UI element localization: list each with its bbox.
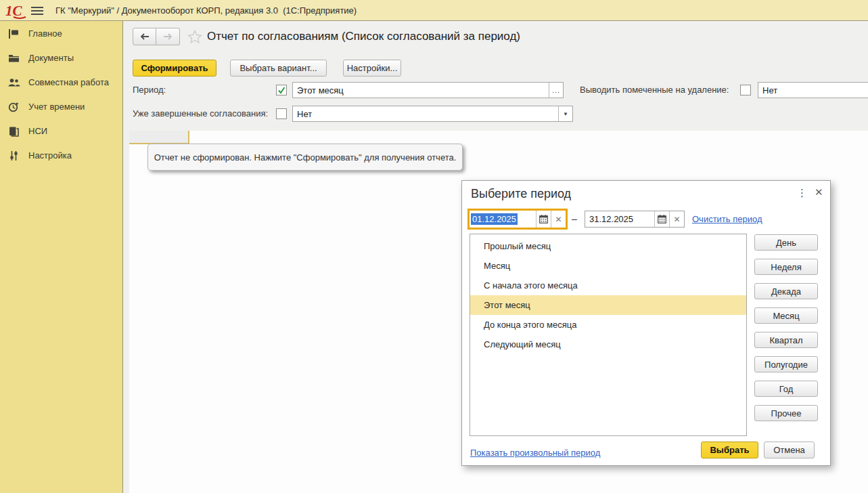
sidebar-item-collaboration[interactable]: Совместная работа: [0, 70, 122, 94]
period-unit-button[interactable]: Прочее: [754, 405, 818, 421]
date-from-clear-button[interactable]: ✕: [551, 211, 566, 228]
period-unit-buttons: ДеньНеделяДекадаМесяцКварталПолугодиеГод…: [754, 234, 818, 429]
book-icon: [8, 126, 20, 137]
finished-field[interactable]: Нет ▼: [292, 106, 573, 122]
flag-icon: [8, 28, 20, 39]
period-dialog: Выберите период ⋮ ✕ 01.12.2025 ✕ – 31.12…: [461, 180, 831, 466]
deleted-field-value: Нет: [758, 83, 868, 98]
period-option-label: До конца этого месяца: [484, 320, 576, 330]
sidebar-item-documents[interactable]: Документы: [0, 45, 122, 70]
period-unit-label: Месяц: [773, 311, 799, 321]
cancel-button[interactable]: Отмена: [764, 442, 815, 458]
window-title: ГК "Меркурий" / Документооборот КОРП, ре…: [55, 5, 357, 16]
period-unit-label: Декада: [771, 286, 801, 297]
period-option-label: Следующий месяц: [484, 339, 561, 349]
sidebar-item-label: Настройка: [28, 150, 72, 160]
period-option-label: Этот месяц: [484, 300, 530, 310]
generate-button[interactable]: Сформировать: [133, 60, 216, 77]
date-from-input[interactable]: 01.12.2025: [470, 211, 536, 228]
deleted-checkbox[interactable]: [740, 85, 751, 95]
dialog-title: Выберите период: [471, 187, 571, 201]
period-field-value: Этот месяц: [293, 83, 549, 98]
period-option[interactable]: До конца этого месяца: [470, 315, 746, 335]
calendar-icon: [539, 215, 548, 223]
clear-x-icon: ✕: [673, 215, 680, 224]
date-to-input[interactable]: 31.12.2025: [585, 211, 654, 227]
period-unit-button[interactable]: Год: [754, 381, 818, 397]
finished-checkbox[interactable]: [276, 108, 287, 119]
page-title: Отчет по согласованиям (Список согласова…: [207, 30, 520, 43]
clock-icon: [8, 102, 20, 112]
period-checkbox[interactable]: [276, 85, 287, 95]
custom-period-link[interactable]: Показать произвольный период: [470, 448, 600, 458]
date-to-group: 31.12.2025 ✕: [585, 211, 685, 228]
forward-arrow-icon: [162, 33, 173, 41]
period-unit-button[interactable]: День: [754, 234, 818, 251]
period-unit-button[interactable]: Полугодие: [754, 356, 818, 372]
select-button[interactable]: Выбрать: [701, 442, 758, 458]
back-button[interactable]: [133, 28, 156, 45]
date-from-group: 01.12.2025 ✕: [467, 209, 568, 230]
application-window: 1С ГК "Меркурий" / Документооборот КОРП,…: [0, 0, 868, 493]
period-option[interactable]: Прошлый месяц: [470, 236, 746, 256]
period-unit-button[interactable]: Декада: [754, 283, 818, 299]
dropdown-arrow-icon: ▼: [563, 111, 568, 117]
period-more-button[interactable]: ...: [549, 83, 563, 98]
date-to-calendar-button[interactable]: [654, 211, 669, 227]
date-to-value: 31.12.2025: [589, 214, 633, 224]
dialog-close-button[interactable]: ✕: [815, 186, 823, 198]
period-unit-label: Квартал: [769, 335, 802, 345]
deleted-label: Выводить помеченные на удаление:: [580, 82, 729, 98]
period-unit-label: День: [776, 238, 796, 248]
sidebar-item-label: Совместная работа: [28, 77, 109, 87]
period-unit-label: Год: [779, 384, 794, 394]
date-from-calendar-button[interactable]: [536, 211, 551, 228]
period-options-list: Прошлый месяцМесяцС начала этого месяцаЭ…: [470, 234, 747, 436]
clear-period-link[interactable]: Очистить период: [692, 214, 762, 224]
sidebar-item-settings[interactable]: Настройка: [0, 143, 122, 167]
finished-label: Уже завершенные согласования:: [133, 106, 268, 122]
period-field[interactable]: Этот месяц ...: [292, 82, 564, 98]
clear-x-icon: ✕: [555, 215, 562, 224]
favorite-star-icon[interactable]: [187, 30, 202, 44]
period-unit-label: Прочее: [771, 408, 802, 419]
period-unit-button[interactable]: Квартал: [754, 332, 818, 348]
period-option-label: Месяц: [484, 261, 510, 271]
dialog-menu-icon[interactable]: ⋮: [797, 187, 807, 199]
finished-field-value: Нет: [293, 106, 558, 121]
sidebar-item-label: Документы: [28, 53, 74, 63]
date-from-value: 01.12.2025: [471, 213, 518, 225]
settings-button[interactable]: Настройки...: [343, 60, 401, 77]
period-option[interactable]: Этот месяц: [470, 295, 746, 315]
title-bar: 1С ГК "Меркурий" / Документооборот КОРП,…: [0, 0, 868, 21]
sidebar-item-label: Учет времени: [28, 102, 85, 112]
period-option[interactable]: С начала этого месяца: [470, 276, 746, 295]
finished-dropdown-button[interactable]: ▼: [558, 106, 572, 121]
date-to-clear-button[interactable]: ✕: [669, 211, 684, 227]
back-arrow-icon: [139, 33, 150, 41]
sidebar-item-time-tracking[interactable]: Учет времени: [0, 94, 122, 119]
period-unit-button[interactable]: Неделя: [754, 259, 818, 275]
sliders-icon: [8, 150, 20, 161]
period-option[interactable]: Следующий месяц: [470, 335, 746, 354]
ellipsis-icon: ...: [552, 86, 560, 94]
sidebar-item-nsi[interactable]: НСИ: [0, 119, 122, 143]
calendar-icon: [658, 215, 666, 223]
forward-button[interactable]: [156, 28, 180, 45]
period-unit-label: Неделя: [771, 262, 801, 272]
sidebar-item-label: НСИ: [28, 126, 47, 136]
deleted-field[interactable]: Нет: [758, 82, 868, 98]
check-icon: [277, 86, 286, 95]
period-label: Период:: [133, 82, 166, 98]
sidebar-item-label: Главное: [28, 28, 62, 39]
period-unit-button[interactable]: Месяц: [754, 307, 818, 324]
choose-variant-button[interactable]: Выбрать вариант...: [230, 60, 327, 77]
period-option-label: Прошлый месяц: [484, 241, 551, 251]
period-unit-label: Полугодие: [764, 360, 808, 370]
people-icon: [8, 77, 20, 88]
menu-icon[interactable]: [31, 7, 43, 16]
period-option[interactable]: Месяц: [470, 256, 746, 276]
1c-logo-icon: 1С: [5, 3, 28, 19]
report-corner-cell[interactable]: [129, 131, 189, 144]
sidebar-item-main[interactable]: Главное: [0, 21, 122, 45]
